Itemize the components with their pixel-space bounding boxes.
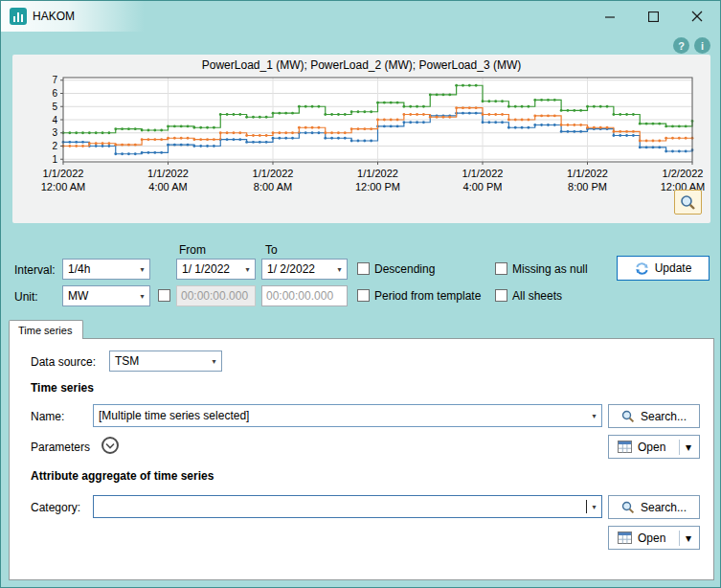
descending-label[interactable]: Descending <box>374 262 435 276</box>
chevron-down-icon: ▾ <box>207 357 221 366</box>
chart-zoom-button[interactable] <box>674 190 702 215</box>
unit-label: Unit: <box>14 290 38 304</box>
category-open-button[interactable]: Open ▾ <box>608 526 700 550</box>
minimize-button[interactable] <box>589 1 632 32</box>
from-date-picker[interactable]: 1/ 1/2022 ▾ <box>176 259 256 280</box>
minimize-icon <box>605 11 616 22</box>
period-from-template-label[interactable]: Period from template <box>374 289 481 303</box>
unit-select[interactable]: MW ▾ <box>62 285 150 306</box>
svg-text:1/1/2022: 1/1/2022 <box>147 168 189 179</box>
descending-checkbox[interactable] <box>357 262 370 275</box>
search-icon <box>621 501 635 514</box>
window-title: HAKOM <box>33 1 75 32</box>
time-range-checkbox[interactable] <box>158 289 170 302</box>
all-sheets-checkbox[interactable] <box>495 289 507 302</box>
time-series-panel: Data source: TSM ▾ Time series Name: [Mu… <box>9 338 714 580</box>
table-icon <box>618 441 632 453</box>
close-icon <box>691 11 703 22</box>
split-divider <box>679 440 680 455</box>
titlebar[interactable]: HAKOM <box>1 1 720 32</box>
chart-plot: 12345671/1/202212:00 AM1/1/20224:00 AM1/… <box>12 74 710 208</box>
svg-text:1/1/2022: 1/1/2022 <box>567 168 608 179</box>
svg-text:1/1/2022: 1/1/2022 <box>43 168 84 179</box>
svg-text:7: 7 <box>52 75 57 85</box>
category-open-label: Open <box>638 531 665 545</box>
to-date-picker[interactable]: 1/ 2/2022 ▾ <box>261 259 348 280</box>
update-button-label: Update <box>655 261 692 275</box>
chart-panel: PowerLoad_1 (MW); PowerLoad_2 (MW); Powe… <box>12 55 710 223</box>
from-date-value: 1/ 1/2022 <box>177 262 240 276</box>
chevron-down-icon[interactable]: ▾ <box>686 531 699 545</box>
time-series-heading: Time series <box>31 381 94 395</box>
chevron-down-icon: ▾ <box>240 265 255 274</box>
app-logo-icon <box>10 8 27 25</box>
name-combobox[interactable]: [Multiple time series selected] ▾ <box>93 404 602 427</box>
svg-text:1/1/2022: 1/1/2022 <box>357 168 398 179</box>
time-from-field: 00:00:00.000 <box>176 285 256 306</box>
magnifier-icon <box>680 194 696 211</box>
chevron-down-icon: ▾ <box>587 412 601 420</box>
chevron-down-icon: ▾ <box>135 292 149 301</box>
chevron-down-icon[interactable]: ▾ <box>686 441 699 454</box>
interval-value: 1/4h <box>63 262 135 276</box>
svg-text:4: 4 <box>52 115 57 125</box>
help-icon[interactable]: ? <box>673 37 689 54</box>
all-sheets-label[interactable]: All sheets <box>512 289 562 303</box>
svg-text:3: 3 <box>52 127 57 138</box>
svg-text:12:00 AM: 12:00 AM <box>41 181 85 192</box>
tab-time-series-label: Time series <box>18 325 72 336</box>
interval-select[interactable]: 1/4h ▾ <box>62 259 150 280</box>
maximize-button[interactable] <box>632 1 675 32</box>
category-search-label: Search... <box>641 501 687 514</box>
unit-value: MW <box>63 289 135 303</box>
svg-text:6: 6 <box>52 88 57 99</box>
data-source-label: Data source: <box>31 355 96 369</box>
svg-text:8:00 AM: 8:00 AM <box>254 181 292 192</box>
close-button[interactable] <box>675 1 718 32</box>
update-button[interactable]: Update <box>617 256 710 281</box>
name-open-label: Open <box>638 441 665 454</box>
info-glyph: i <box>701 40 704 52</box>
chart-title: PowerLoad_1 (MW); PowerLoad_2 (MW); Powe… <box>12 58 710 72</box>
category-label: Category: <box>31 501 80 514</box>
time-from-value: 00:00:00.000 <box>181 289 248 303</box>
split-divider <box>679 531 680 546</box>
name-value: [Multiple time series selected] <box>94 409 587 422</box>
chevron-down-icon <box>105 442 115 449</box>
chevron-down-icon: ▾ <box>587 503 601 511</box>
parameters-label: Parameters <box>31 441 90 454</box>
name-search-button[interactable]: Search... <box>608 404 700 428</box>
app-window: HAKOM ? i PowerLoad_1 (MW); PowerLoad_2 … <box>0 0 721 588</box>
interval-label: Interval: <box>14 263 56 277</box>
time-to-value: 00:00:00.000 <box>266 289 333 303</box>
svg-text:1/1/2022: 1/1/2022 <box>253 168 294 179</box>
missing-as-null-label[interactable]: Missing as null <box>512 262 588 276</box>
parameters-expander-button[interactable] <box>101 437 119 454</box>
svg-text:8:00 PM: 8:00 PM <box>568 181 607 192</box>
table-icon <box>618 531 632 544</box>
category-combobox[interactable]: ▾ <box>93 495 602 518</box>
name-open-button[interactable]: Open ▾ <box>608 435 700 459</box>
attribute-aggregate-heading: Attribute aggregate of time series <box>31 469 214 483</box>
from-label: From <box>179 243 206 257</box>
search-icon <box>621 410 635 423</box>
svg-text:1/1/2022: 1/1/2022 <box>462 168 504 179</box>
tab-time-series[interactable]: Time series <box>9 320 83 339</box>
name-search-label: Search... <box>641 410 687 423</box>
period-from-template-checkbox[interactable] <box>357 289 370 302</box>
name-label: Name: <box>31 410 64 423</box>
info-icon[interactable]: i <box>694 37 710 54</box>
time-to-field[interactable]: 00:00:00.000 <box>261 285 348 306</box>
svg-text:4:00 AM: 4:00 AM <box>148 181 187 192</box>
svg-text:1: 1 <box>52 154 57 165</box>
data-source-value: TSM <box>110 354 207 368</box>
data-source-select[interactable]: TSM ▾ <box>109 351 222 372</box>
help-glyph: ? <box>678 40 685 52</box>
to-label: To <box>265 243 278 257</box>
svg-text:2: 2 <box>52 141 57 151</box>
svg-text:12:00 PM: 12:00 PM <box>355 181 400 192</box>
to-date-value: 1/ 2/2022 <box>262 262 332 276</box>
missing-as-null-checkbox[interactable] <box>495 262 507 275</box>
maximize-icon <box>648 11 659 22</box>
category-search-button[interactable]: Search... <box>608 495 700 519</box>
